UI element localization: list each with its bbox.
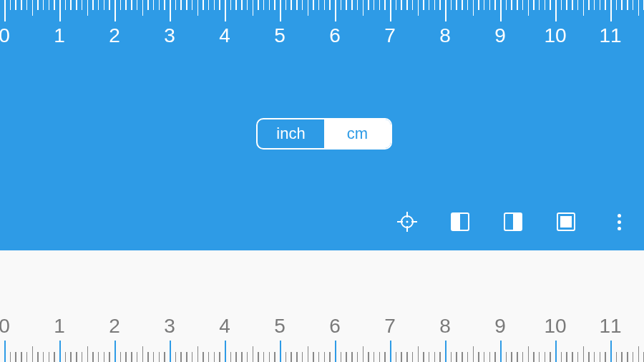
ruler-tick-minor: [269, 0, 270, 10]
ruler-tick-minor: [494, 0, 496, 10]
crosshair-icon: [397, 212, 417, 232]
ruler-tick-minor: [253, 0, 254, 16]
ruler-tick-minor: [87, 346, 89, 362]
ruler-tick-minor: [473, 346, 474, 362]
ruler-tick-major: [610, 341, 612, 362]
ruler-tick-minor: [186, 0, 187, 10]
calibrate-button[interactable]: [396, 211, 418, 233]
ruler-number: 10: [544, 24, 566, 47]
ruler-tick-minor: [379, 0, 381, 10]
ruler-tick-minor: [70, 352, 72, 362]
bottom-ruler[interactable]: 01234567891011: [0, 305, 644, 362]
mode-full-button[interactable]: [555, 211, 577, 233]
ruler-tick-minor: [15, 0, 16, 10]
ruler-tick-minor: [32, 346, 34, 362]
ruler-tick-minor: [545, 0, 546, 10]
ruler-tick-minor: [522, 0, 524, 10]
half-right-icon: [504, 212, 522, 231]
ruler-tick-minor: [429, 352, 430, 362]
ruler-tick-minor: [235, 0, 237, 10]
ruler-tick-minor: [32, 0, 34, 16]
ruler-tick-minor: [418, 346, 419, 362]
ruler-number: 7: [384, 315, 396, 338]
ruler-tick-minor: [467, 0, 469, 10]
ruler-tick-minor: [258, 0, 259, 10]
ruler-tick-minor: [396, 0, 397, 10]
ruler-tick-minor: [478, 352, 479, 362]
ruler-tick-minor: [621, 352, 623, 362]
ruler-tick-major: [4, 341, 6, 362]
ruler-tick-minor: [572, 0, 573, 10]
ruler-tick-minor: [550, 352, 551, 362]
ruler-app: 01234567891011 inch cm: [0, 0, 644, 362]
ruler-tick-minor: [605, 0, 606, 10]
ruler-tick-minor: [82, 352, 83, 362]
ruler-number: 6: [329, 315, 341, 338]
ruler-tick-minor: [104, 0, 105, 10]
ruler-tick-minor: [98, 0, 99, 10]
ruler-tick-minor: [439, 0, 441, 10]
ruler-tick-minor: [192, 352, 193, 362]
mode-right-button[interactable]: [502, 211, 524, 233]
ruler-tick-minor: [186, 352, 187, 362]
ruler-number: 2: [109, 315, 120, 338]
svg-point-5: [406, 221, 409, 223]
ruler-tick-minor: [197, 0, 199, 16]
ruler-number: 4: [219, 315, 230, 338]
ruler-tick-minor: [137, 352, 138, 362]
ruler-tick-minor: [494, 352, 496, 362]
ruler-tick-minor: [484, 352, 485, 362]
ruler-tick-minor: [616, 0, 618, 10]
mode-left-button[interactable]: [449, 211, 471, 233]
ruler-tick-minor: [180, 352, 182, 362]
ruler-tick-minor: [600, 352, 601, 362]
ruler-tick-minor: [406, 352, 408, 362]
ruler-tick-minor: [230, 352, 232, 362]
top-ruler[interactable]: 01234567891011: [0, 0, 644, 57]
top-panel: 01234567891011 inch cm: [0, 0, 644, 250]
ruler-tick-minor: [98, 352, 99, 362]
ruler-tick-minor: [49, 0, 50, 10]
ruler-tick-minor: [180, 0, 182, 10]
ruler-tick-minor: [583, 0, 585, 16]
ruler-tick-minor: [627, 0, 628, 10]
ruler-tick-minor: [522, 352, 524, 362]
ruler-tick-major: [4, 0, 6, 21]
bottom-panel: 01234567891011: [0, 250, 644, 362]
more-menu-button[interactable]: [608, 211, 630, 233]
ruler-number: 5: [274, 24, 286, 47]
ruler-tick-minor: [473, 0, 474, 16]
ruler-tick-minor: [253, 346, 254, 362]
ruler-tick-minor: [616, 352, 618, 362]
ruler-tick-minor: [396, 352, 397, 362]
ruler-tick-minor: [291, 0, 292, 10]
ruler-number: 9: [494, 24, 506, 47]
ruler-tick-minor: [219, 352, 220, 362]
ruler-tick-minor: [37, 0, 39, 10]
ruler-tick-minor: [120, 0, 122, 10]
ruler-number: 1: [54, 24, 65, 47]
ruler-tick-minor: [621, 0, 623, 10]
ruler-tick-minor: [10, 0, 11, 10]
ruler-number: 1: [54, 315, 65, 338]
ruler-tick-minor: [125, 0, 127, 10]
ruler-tick-minor: [577, 0, 579, 10]
ruler-tick-minor: [467, 352, 469, 362]
ruler-tick-minor: [561, 0, 562, 10]
ruler-tick-minor: [54, 352, 55, 362]
ruler-tick-minor: [313, 352, 314, 362]
ruler-tick-minor: [43, 0, 44, 10]
ruler-tick-minor: [566, 0, 567, 10]
ruler-tick-minor: [462, 352, 463, 362]
unit-toggle-inch[interactable]: inch: [258, 119, 324, 148]
ruler-tick-minor: [351, 352, 353, 362]
ruler-tick-minor: [208, 0, 210, 10]
ruler-tick-minor: [434, 0, 436, 10]
ruler-tick-major: [445, 0, 447, 21]
ruler-tick-minor: [329, 0, 331, 10]
unit-toggle-cm[interactable]: cm: [324, 119, 391, 148]
ruler-tick-minor: [588, 0, 590, 10]
ruler-tick-minor: [489, 0, 491, 10]
ruler-tick-minor: [21, 0, 22, 10]
ruler-tick-major: [500, 341, 502, 362]
